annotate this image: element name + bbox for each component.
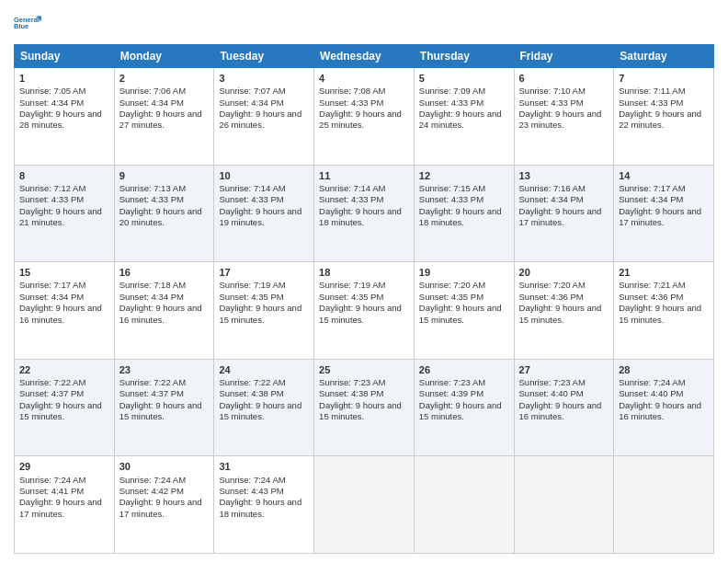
sunrise-text: Sunrise: 7:16 AM [519, 183, 586, 193]
calendar-cell: 30Sunrise: 7:24 AMSunset: 4:42 PMDayligh… [114, 456, 214, 554]
col-header-wednesday: Wednesday [314, 45, 415, 68]
sunset-text: Sunset: 4:33 PM [419, 194, 483, 204]
daylight-text: Daylight: 9 hours and 21 minutes. [19, 206, 102, 227]
sunrise-text: Sunrise: 7:11 AM [619, 86, 685, 96]
sunrise-text: Sunrise: 7:13 AM [119, 183, 186, 193]
daylight-text: Daylight: 9 hours and 25 minutes. [319, 109, 402, 130]
sunset-text: Sunset: 4:33 PM [319, 98, 383, 108]
daylight-text: Daylight: 9 hours and 17 minutes. [119, 497, 202, 518]
daylight-text: Daylight: 9 hours and 16 minutes. [119, 303, 202, 324]
day-number: 13 [519, 169, 609, 182]
sunrise-text: Sunrise: 7:09 AM [419, 86, 485, 96]
sunset-text: Sunset: 4:38 PM [319, 388, 383, 398]
sunset-text: Sunset: 4:41 PM [19, 486, 84, 496]
calendar-cell: 6Sunrise: 7:10 AMSunset: 4:33 PMDaylight… [514, 68, 614, 166]
sunrise-text: Sunrise: 7:24 AM [119, 475, 186, 485]
calendar-cell: 5Sunrise: 7:09 AMSunset: 4:33 PMDaylight… [414, 68, 514, 166]
day-number: 20 [519, 266, 609, 279]
sunrise-text: Sunrise: 7:20 AM [419, 280, 485, 290]
calendar-cell: 20Sunrise: 7:20 AMSunset: 4:36 PMDayligh… [514, 262, 614, 360]
calendar-table: SundayMondayTuesdayWednesdayThursdayFrid… [14, 44, 714, 554]
daylight-text: Daylight: 9 hours and 28 minutes. [19, 109, 102, 130]
daylight-text: Daylight: 9 hours and 17 minutes. [619, 206, 701, 227]
daylight-text: Daylight: 9 hours and 15 minutes. [319, 400, 402, 421]
sunrise-text: Sunrise: 7:22 AM [19, 377, 85, 387]
logo: General Blue [14, 9, 43, 39]
sunrise-text: Sunrise: 7:22 AM [119, 377, 186, 387]
day-number: 19 [419, 266, 509, 279]
daylight-text: Daylight: 9 hours and 22 minutes. [619, 109, 701, 130]
day-number: 21 [619, 266, 709, 279]
sunset-text: Sunset: 4:33 PM [419, 98, 483, 108]
calendar-cell: 19Sunrise: 7:20 AMSunset: 4:35 PMDayligh… [414, 262, 514, 360]
week-row-1: 1Sunrise: 7:05 AMSunset: 4:34 PMDaylight… [15, 68, 714, 166]
sunrise-text: Sunrise: 7:05 AM [19, 86, 85, 96]
sunrise-text: Sunrise: 7:22 AM [219, 377, 285, 387]
sunset-text: Sunset: 4:40 PM [619, 388, 683, 398]
col-header-friday: Friday [514, 45, 614, 68]
calendar-cell: 10Sunrise: 7:14 AMSunset: 4:33 PMDayligh… [214, 165, 314, 262]
week-row-5: 29Sunrise: 7:24 AMSunset: 4:41 PMDayligh… [15, 456, 714, 554]
calendar-cell: 22Sunrise: 7:22 AMSunset: 4:37 PMDayligh… [15, 359, 115, 456]
sunset-text: Sunset: 4:33 PM [19, 194, 84, 204]
sunset-text: Sunset: 4:35 PM [319, 292, 383, 302]
day-number: 23 [119, 363, 210, 376]
sunrise-text: Sunrise: 7:14 AM [219, 183, 285, 193]
calendar-cell: 7Sunrise: 7:11 AMSunset: 4:33 PMDaylight… [614, 68, 714, 166]
calendar-cell: 14Sunrise: 7:17 AMSunset: 4:34 PMDayligh… [614, 165, 714, 262]
day-number: 15 [19, 266, 109, 279]
day-number: 29 [19, 460, 109, 473]
calendar-cell: 4Sunrise: 7:08 AMSunset: 4:33 PMDaylight… [314, 68, 415, 166]
daylight-text: Daylight: 9 hours and 15 minutes. [519, 303, 602, 324]
calendar-cell: 17Sunrise: 7:19 AMSunset: 4:35 PMDayligh… [214, 262, 314, 360]
day-number: 4 [319, 72, 409, 85]
daylight-text: Daylight: 9 hours and 16 minutes. [19, 303, 102, 324]
daylight-text: Daylight: 9 hours and 15 minutes. [619, 303, 701, 324]
daylight-text: Daylight: 9 hours and 15 minutes. [419, 400, 502, 421]
day-number: 6 [519, 72, 609, 85]
day-number: 22 [19, 363, 109, 376]
col-header-monday: Monday [114, 45, 214, 68]
sunset-text: Sunset: 4:34 PM [519, 194, 584, 204]
day-number: 1 [19, 72, 109, 85]
sunset-text: Sunset: 4:33 PM [619, 98, 683, 108]
daylight-text: Daylight: 9 hours and 16 minutes. [519, 400, 602, 421]
sunrise-text: Sunrise: 7:19 AM [219, 280, 285, 290]
day-number: 26 [419, 363, 509, 376]
calendar-cell: 31Sunrise: 7:24 AMSunset: 4:43 PMDayligh… [214, 456, 314, 554]
calendar-cell: 16Sunrise: 7:18 AMSunset: 4:34 PMDayligh… [114, 262, 214, 360]
sunset-text: Sunset: 4:38 PM [219, 388, 283, 398]
day-number: 14 [619, 169, 709, 182]
calendar-cell: 29Sunrise: 7:24 AMSunset: 4:41 PMDayligh… [15, 456, 115, 554]
sunset-text: Sunset: 4:39 PM [419, 388, 483, 398]
calendar-cell: 2Sunrise: 7:06 AMSunset: 4:34 PMDaylight… [114, 68, 214, 166]
sunrise-text: Sunrise: 7:23 AM [419, 377, 485, 387]
day-number: 24 [219, 363, 309, 376]
sunset-text: Sunset: 4:40 PM [519, 388, 584, 398]
daylight-text: Daylight: 9 hours and 26 minutes. [219, 109, 301, 130]
day-number: 27 [519, 363, 609, 376]
header-row: SundayMondayTuesdayWednesdayThursdayFrid… [15, 45, 714, 68]
daylight-text: Daylight: 9 hours and 27 minutes. [119, 109, 202, 130]
day-number: 10 [219, 169, 309, 182]
calendar-cell: 13Sunrise: 7:16 AMSunset: 4:34 PMDayligh… [514, 165, 614, 262]
col-header-sunday: Sunday [15, 45, 115, 68]
day-number: 12 [419, 169, 509, 182]
sunrise-text: Sunrise: 7:17 AM [619, 183, 685, 193]
daylight-text: Daylight: 9 hours and 15 minutes. [219, 303, 301, 324]
calendar-cell: 15Sunrise: 7:17 AMSunset: 4:34 PMDayligh… [15, 262, 115, 360]
sunrise-text: Sunrise: 7:15 AM [419, 183, 485, 193]
calendar-cell [414, 456, 514, 554]
day-number: 2 [119, 72, 210, 85]
sunset-text: Sunset: 4:33 PM [119, 194, 184, 204]
calendar-cell: 9Sunrise: 7:13 AMSunset: 4:33 PMDaylight… [114, 165, 214, 262]
daylight-text: Daylight: 9 hours and 24 minutes. [419, 109, 502, 130]
calendar-cell: 27Sunrise: 7:23 AMSunset: 4:40 PMDayligh… [514, 359, 614, 456]
calendar-cell: 8Sunrise: 7:12 AMSunset: 4:33 PMDaylight… [15, 165, 115, 262]
day-number: 28 [619, 363, 709, 376]
sunset-text: Sunset: 4:34 PM [619, 194, 683, 204]
sunset-text: Sunset: 4:34 PM [119, 98, 184, 108]
day-number: 31 [219, 460, 309, 473]
calendar-cell: 1Sunrise: 7:05 AMSunset: 4:34 PMDaylight… [15, 68, 115, 166]
calendar-cell: 12Sunrise: 7:15 AMSunset: 4:33 PMDayligh… [414, 165, 514, 262]
